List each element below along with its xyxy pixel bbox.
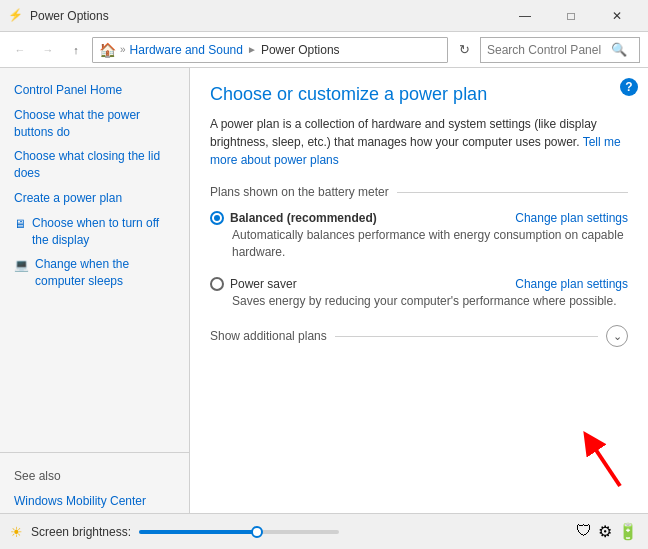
sidebar-item-closing-lid[interactable]: Choose what closing the lid does [0, 144, 189, 186]
maximize-button[interactable]: □ [548, 1, 594, 31]
titlebar: ⚡ Power Options — □ ✕ [0, 0, 648, 32]
brightness-sun-icon: ☀ [10, 524, 23, 540]
taskbar: ☀ Screen brightness: 🛡 ⚙ 🔋 [0, 513, 648, 549]
display-icon: 🖥 [14, 216, 26, 233]
app-icon: ⚡ [8, 8, 24, 24]
laptop-icon: 💻 [14, 257, 29, 274]
plan-label-power-saver[interactable]: Power saver [210, 277, 297, 291]
shield-icon: 🛡 [576, 522, 592, 541]
titlebar-left: ⚡ Power Options [8, 8, 109, 24]
content-description: A power plan is a collection of hardware… [210, 115, 628, 169]
breadcrumb: 🏠 » Hardware and Sound ► Power Options [92, 37, 448, 63]
plan-row-power-saver: Power saver Change plan settings [210, 277, 628, 291]
forward-button[interactable]: → [36, 38, 60, 62]
sidebar-item-computer-sleeps[interactable]: 💻 Change when the computer sleeps [0, 252, 189, 294]
plans-section-label: Plans shown on the battery meter [210, 185, 389, 199]
content-panel: ? Choose or customize a power plan A pow… [190, 68, 648, 549]
sidebar-label-create-plan: Create a power plan [14, 190, 122, 207]
breadcrumb-hardware[interactable]: Hardware and Sound [130, 43, 243, 57]
sidebar-label-turn-off-display: Choose when to turn off the display [32, 215, 175, 249]
plan-name-balanced: Balanced (recommended) [230, 211, 377, 225]
change-settings-balanced[interactable]: Change plan settings [515, 211, 628, 225]
taskbar-icons: 🛡 ⚙ 🔋 [576, 522, 638, 541]
breadcrumb-home-icon: 🏠 [99, 42, 116, 58]
brightness-slider-track[interactable] [139, 530, 339, 534]
minimize-button[interactable]: — [502, 1, 548, 31]
show-additional-line [335, 336, 598, 337]
radio-balanced[interactable] [210, 211, 224, 225]
back-button[interactable]: ← [8, 38, 32, 62]
plan-desc-balanced: Automatically balances performance with … [232, 227, 628, 261]
battery-icon: 🔋 [618, 522, 638, 541]
plan-item-balanced: Balanced (recommended) Change plan setti… [210, 211, 628, 261]
annotation-arrow [550, 411, 630, 494]
show-additional-section: Show additional plans ⌄ [210, 325, 628, 347]
sidebar-label-mobility-center: Windows Mobility Center [14, 493, 146, 510]
sidebar-item-create-plan[interactable]: Create a power plan [0, 186, 189, 211]
plan-row-balanced: Balanced (recommended) Change plan setti… [210, 211, 628, 225]
change-settings-power-saver[interactable]: Change plan settings [515, 277, 628, 291]
search-input[interactable] [487, 43, 607, 57]
main-container: Control Panel Home Choose what the power… [0, 68, 648, 549]
sidebar-item-turn-off-display[interactable]: 🖥 Choose when to turn off the display [0, 211, 189, 253]
search-box: 🔍 [480, 37, 640, 63]
content-title: Choose or customize a power plan [210, 84, 628, 105]
brightness-fill [139, 530, 259, 534]
brightness-label: Screen brightness: [31, 525, 131, 539]
breadcrumb-sep2: ► [247, 44, 257, 55]
sidebar-item-power-buttons[interactable]: Choose what the power buttons do [0, 103, 189, 145]
sidebar-item-mobility-center[interactable]: Windows Mobility Center [0, 489, 189, 514]
plan-desc-power-saver: Saves energy by reducing your computer's… [232, 293, 628, 310]
sidebar-label-computer-sleeps: Change when the computer sleeps [35, 256, 175, 290]
sidebar-item-control-panel-home[interactable]: Control Panel Home [0, 78, 189, 103]
radio-balanced-inner [214, 215, 220, 221]
help-icon[interactable]: ? [620, 78, 638, 96]
plans-section-line [397, 192, 628, 193]
sidebar: Control Panel Home Choose what the power… [0, 68, 190, 549]
settings-icon: ⚙ [598, 522, 612, 541]
sidebar-label-power-buttons: Choose what the power buttons do [14, 107, 175, 141]
plan-name-power-saver: Power saver [230, 277, 297, 291]
addressbar: ← → ↑ 🏠 » Hardware and Sound ► Power Opt… [0, 32, 648, 68]
brightness-thumb[interactable] [251, 526, 263, 538]
breadcrumb-current: Power Options [261, 43, 340, 57]
breadcrumb-sep1: » [120, 44, 126, 55]
red-arrow-svg [550, 411, 630, 491]
plan-label-balanced[interactable]: Balanced (recommended) [210, 211, 377, 225]
plan-item-power-saver: Power saver Change plan settings Saves e… [210, 277, 628, 310]
titlebar-controls: — □ ✕ [502, 1, 640, 31]
refresh-button[interactable]: ↻ [452, 38, 476, 62]
svg-line-1 [590, 441, 620, 486]
expand-button[interactable]: ⌄ [606, 325, 628, 347]
radio-power-saver[interactable] [210, 277, 224, 291]
sidebar-label-closing-lid: Choose what closing the lid does [14, 148, 175, 182]
up-button[interactable]: ↑ [64, 38, 88, 62]
window-title: Power Options [30, 9, 109, 23]
show-additional-label: Show additional plans [210, 329, 327, 343]
search-icon[interactable]: 🔍 [611, 42, 627, 57]
sidebar-label-control-panel-home: Control Panel Home [14, 82, 122, 99]
description-text: A power plan is a collection of hardware… [210, 117, 597, 149]
see-also-label: See also [0, 463, 189, 489]
plans-section-header: Plans shown on the battery meter [210, 185, 628, 199]
close-button[interactable]: ✕ [594, 1, 640, 31]
